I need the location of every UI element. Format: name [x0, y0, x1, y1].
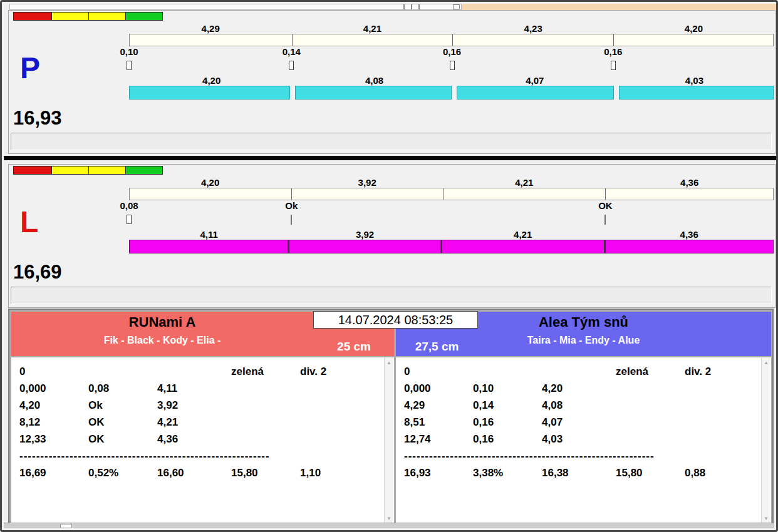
- cumulative-time: 8,12: [19, 416, 88, 429]
- scrollbar[interactable]: ▲ ▼: [384, 358, 393, 523]
- split-row: 12,74 0,16 4,03: [404, 431, 759, 448]
- top-split-labels: 4,29 4,21 4,23 4,20: [129, 23, 774, 34]
- run-bar-top: [129, 188, 774, 200]
- split-row: 4,29 0,14 4,08: [404, 397, 759, 414]
- crossing-time-label: 0,14: [271, 46, 311, 58]
- start-number: 0: [19, 366, 88, 378]
- total-time: 16,93: [404, 467, 473, 479]
- crossing-time-label: 0,10: [109, 46, 149, 58]
- percentage: 3,38%: [473, 467, 542, 479]
- split-time-label: 4,20: [129, 75, 294, 86]
- best-time: 15,80: [231, 467, 300, 479]
- split-time-label: 4,07: [455, 75, 615, 86]
- crossing-status-label: OK: [585, 200, 625, 212]
- status-light-red: [13, 166, 52, 175]
- window-edge-tick: [418, 4, 420, 9]
- split-time: 4,07: [542, 416, 616, 429]
- split-row: 12,33 OK 4,36: [19, 431, 381, 448]
- scroll-up-icon[interactable]: ▲: [385, 360, 393, 366]
- crossing-value: 0,16: [473, 433, 542, 446]
- crossing-marker: OK: [585, 200, 625, 227]
- split-row: 4,20 Ok 3,92: [19, 397, 381, 414]
- split-time: 4,20: [542, 382, 616, 395]
- window-top-strip-right: [462, 4, 776, 10]
- run-bar-segment: [614, 34, 773, 46]
- status-light-red: [13, 12, 52, 21]
- total-time: 16,69: [19, 467, 88, 479]
- scroll-down-icon[interactable]: ▼: [385, 516, 393, 521]
- lane-total-time: 16,69: [13, 261, 62, 284]
- window-edge-tick: [411, 4, 412, 9]
- crossing-value: 0,16: [473, 416, 542, 429]
- separator-row: ----------------------------------------…: [19, 448, 381, 464]
- info-row: 0 zelená div. 2: [19, 363, 381, 380]
- crossing-value: 0,08: [88, 382, 157, 395]
- split-time: 4,03: [542, 433, 616, 446]
- info-row: 0 zelená div. 2: [404, 363, 759, 380]
- run-bar-segment: [442, 240, 606, 253]
- run-bar-segment: [295, 86, 452, 100]
- split-time-label: 4,08: [294, 75, 454, 86]
- split-time-label: 4,36: [604, 229, 774, 240]
- split-time: 4,11: [157, 382, 231, 395]
- run-bar-segment: [292, 188, 443, 200]
- lane-status-strip: [11, 133, 772, 150]
- crossing-marker: 0,16: [593, 46, 633, 73]
- summary-row: 16,69 0,52% 16,60 15,80 1,10: [19, 464, 381, 481]
- split-time-label: 4,23: [453, 23, 614, 34]
- split-time-label: 4,29: [129, 23, 292, 34]
- split-time: 4,08: [542, 399, 616, 412]
- lane-panel-P: P 4,29 4,21 4,23 4,20 0,10 0,14: [8, 10, 775, 154]
- run-bar-segment: [130, 34, 293, 46]
- crossing-tick-icon: [127, 215, 132, 224]
- scrollbar[interactable]: ▲ ▼: [761, 358, 770, 523]
- cumulative-time: 0,000: [19, 382, 88, 395]
- split-row: 0,000 0,10 4,20: [404, 380, 759, 397]
- cumulative-time: 4,20: [19, 399, 88, 412]
- cumulative-time: 8,51: [404, 416, 473, 429]
- crossing-tick-icon: [291, 215, 292, 225]
- crossing-marker: 0,10: [109, 46, 149, 73]
- split-time-label: 3,92: [291, 177, 443, 188]
- crossing-time-label: 0,16: [593, 46, 633, 58]
- team-results-left: 0 zelená div. 2 0,000 0,08 4,11 4,20 Ok …: [11, 357, 394, 524]
- scroll-down-icon[interactable]: ▼: [762, 516, 770, 521]
- status-light-yellow1: [52, 12, 89, 21]
- split-time: 3,92: [157, 399, 231, 412]
- lane-track: 4,29 4,21 4,23 4,20 0,10 0,14: [129, 23, 774, 100]
- run-bar-bottom: [129, 86, 774, 100]
- split-time-label: 4,36: [605, 177, 774, 188]
- lane-divider: [4, 156, 778, 160]
- lane-total-time: 16,93: [13, 107, 62, 130]
- crossing-marker: 0,14: [271, 46, 311, 73]
- window-top-strip: [9, 4, 462, 10]
- run-bar-segment: [129, 240, 289, 253]
- split-time-label: 4,11: [129, 229, 289, 240]
- jump-height: 27,5 cm: [396, 340, 478, 354]
- status-light-green: [126, 12, 163, 21]
- lane-letter-L: L: [20, 207, 38, 237]
- crossing-tick-icon: [611, 61, 616, 70]
- cumulative-time: 0,000: [404, 382, 473, 395]
- division-label: div. 2: [685, 366, 759, 378]
- best-time: 15,80: [616, 467, 685, 479]
- net-time: 16,38: [542, 467, 616, 479]
- category-label: zelená: [616, 366, 685, 378]
- division-label: div. 2: [300, 366, 381, 378]
- run-bar-segment: [443, 188, 606, 200]
- start-number: 0: [404, 366, 473, 378]
- crossing-marker: 0,08: [109, 200, 149, 227]
- bottom-split-labels: 4,11 3,92 4,21 4,36: [129, 229, 774, 240]
- status-light-yellow2: [89, 12, 126, 21]
- run-bar-segment: [606, 188, 773, 200]
- lane-panel-L: L 4,20 3,92 4,21 4,36 0,08 Ok: [8, 164, 775, 308]
- cumulative-time: 4,29: [404, 399, 473, 412]
- team-dogs: Fik - Black - Kody - Elia -: [104, 335, 221, 346]
- crossing-value: 0,14: [473, 399, 542, 412]
- crossing-status-label: Ok: [271, 200, 311, 212]
- run-bar-segment: [453, 34, 614, 46]
- window-edge-box: [453, 4, 460, 9]
- status-light-yellow2: [89, 166, 126, 175]
- run-bar-top: [129, 34, 774, 46]
- scroll-up-icon[interactable]: ▲: [762, 360, 770, 366]
